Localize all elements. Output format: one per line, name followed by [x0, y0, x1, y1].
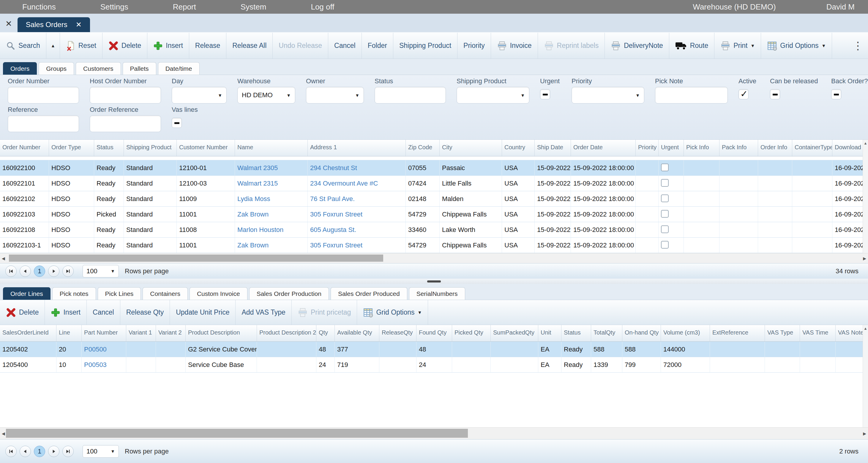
undo-release-button[interactable]: Undo Release [273, 33, 328, 59]
release-button[interactable]: Release [189, 33, 226, 59]
deliverynote-button[interactable]: DeliveryNote [605, 33, 669, 59]
column-header-order-type[interactable]: Order Type [49, 140, 94, 156]
reset-button[interactable]: Reset [60, 33, 102, 59]
column-header-pack-info[interactable]: Pack Info [719, 140, 758, 156]
table-row[interactable]: 120540010P00503Service Cube Base2471924E… [0, 357, 868, 373]
table-row[interactable]: 160922102HDSOReadyStandard11009Lydia Mos… [0, 191, 868, 207]
horizontal-scrollbar[interactable]: ◀ ▶ [0, 253, 868, 263]
scroll-right-icon[interactable]: ▶ [863, 431, 866, 436]
column-header-product-description-2[interactable]: Product Description 2 [257, 325, 316, 341]
update-unit-price-button[interactable]: Update Unit Price [170, 300, 236, 325]
print-pricetag-button[interactable]: Print pricetag [292, 300, 358, 325]
insert-button[interactable]: Insert [147, 33, 189, 59]
column-header-part-number[interactable]: Part Number [82, 325, 126, 341]
vertical-scrollbar[interactable]: ▲ [863, 325, 868, 427]
warehouse-indicator[interactable]: Warehouse (HD DEMO) [693, 2, 776, 11]
filter-checkbox-back-order[interactable] [831, 89, 841, 99]
cell-address-1[interactable]: 76 St Paul Ave. [308, 191, 406, 206]
delete-button[interactable]: Delete [102, 33, 147, 59]
tab-sales-orders[interactable]: Sales Orders ✕ [18, 17, 90, 32]
route-button[interactable]: Route [669, 33, 714, 59]
column-header-order-date[interactable]: Order Date [571, 140, 636, 156]
column-header-found-qty[interactable]: Found Qty [416, 325, 452, 341]
column-header-vas-time[interactable]: VAS Time [800, 325, 836, 341]
table-row[interactable]: 120540220P00500G2 Service Cube Cover4837… [0, 342, 868, 357]
column-header-vas-note[interactable]: VAS Note [836, 325, 867, 341]
prev-page-button[interactable] [20, 265, 31, 277]
last-page-button[interactable] [62, 446, 74, 457]
tab-containers[interactable]: Containers [143, 287, 188, 300]
menu-item-functions[interactable]: Functions [22, 2, 56, 11]
table-row[interactable]: 160922103-1HDSOReadyStandard11001Zak Bro… [0, 238, 868, 253]
lines-insert-button[interactable]: Insert [45, 300, 87, 325]
tab-pick-lines[interactable]: Pick Lines [98, 287, 141, 300]
urgent-checkbox[interactable] [661, 179, 669, 187]
cell-part-number[interactable]: P00500 [82, 342, 126, 357]
column-header-product-description[interactable]: Product Description [186, 325, 257, 341]
filter-input-order-number[interactable] [8, 87, 79, 104]
grid-options-button[interactable]: Grid Options▼ [761, 33, 832, 59]
column-header-ship-date[interactable]: Ship Date [535, 140, 571, 156]
filter-tab-date-time[interactable]: Date/time [158, 62, 199, 75]
close-all-tabs-icon[interactable]: ✕ [5, 19, 12, 29]
scrollbar-thumb[interactable] [9, 255, 383, 262]
urgent-checkbox[interactable] [661, 210, 669, 218]
scroll-right-icon[interactable]: ▶ [863, 256, 866, 261]
current-page[interactable]: 1 [34, 265, 45, 277]
column-header-order-info[interactable]: Order Info [758, 140, 792, 156]
urgent-checkbox[interactable] [661, 195, 669, 202]
column-header-sumpackedqty[interactable]: SumPackedQty [491, 325, 538, 341]
cell-part-number[interactable]: P00503 [82, 357, 126, 372]
column-header-releaseqty[interactable]: ReleaseQty [379, 325, 416, 341]
filter-tab-orders[interactable]: Orders [3, 62, 37, 75]
filter-tab-pallets[interactable]: Pallets [123, 62, 156, 75]
cell-address-1[interactable]: 234 Overmount Ave #C [308, 176, 406, 191]
last-page-button[interactable] [62, 265, 74, 277]
cell-name[interactable]: Walmart 2315 [235, 176, 308, 191]
column-header-customer-number[interactable]: Customer Number [177, 140, 235, 156]
release-qty-button[interactable]: Release Qty [120, 300, 170, 325]
filter-select-shipping-product[interactable]: ▼ [457, 87, 529, 104]
menu-item-logoff[interactable]: Log off [311, 2, 334, 11]
cell-name[interactable]: Zak Brown [235, 238, 308, 253]
column-header-volume-cm3[interactable]: Volume (cm3) [661, 325, 710, 341]
prev-page-button[interactable] [20, 446, 31, 457]
next-page-button[interactable] [48, 446, 59, 457]
menu-item-settings[interactable]: Settings [100, 2, 128, 11]
tab-custom-invoice[interactable]: Custom Invoice [189, 287, 247, 300]
search-button[interactable]: Search [0, 33, 46, 59]
column-header-urgent[interactable]: Urgent [658, 140, 684, 156]
cell-address-1[interactable]: 294 Chestnut St [308, 160, 406, 175]
filter-select-priority[interactable]: ▼ [571, 87, 644, 104]
lines-delete-button[interactable]: Delete [0, 300, 45, 325]
release-all-button[interactable]: Release All [226, 33, 273, 59]
tab-sales-order-production[interactable]: Sales Order Production [249, 287, 329, 300]
filter-tab-customers[interactable]: Customers [76, 62, 121, 75]
column-header-name[interactable]: Name [235, 140, 308, 156]
table-row[interactable]: 160922108HDSOReadyStandard11008Marlon Ho… [0, 222, 868, 238]
column-header-order-number[interactable]: Order Number [0, 140, 49, 156]
first-page-button[interactable] [5, 265, 17, 277]
tab-serialnumbers[interactable]: SerialNumbers [409, 287, 465, 300]
column-header-pick-info[interactable]: Pick Info [684, 140, 719, 156]
table-row[interactable]: 160922100HDSOReadyStandard12100-01Walmar… [0, 160, 868, 176]
folder-button[interactable]: Folder [362, 33, 393, 59]
filter-select-owner[interactable]: ▼ [306, 87, 364, 104]
urgent-checkbox[interactable] [661, 241, 669, 249]
tab-pick-notes[interactable]: Pick notes [52, 287, 96, 300]
print-button[interactable]: Print▼ [714, 33, 761, 59]
lines-grid-options-button[interactable]: Grid Options▼ [357, 300, 428, 325]
cancel-button[interactable]: Cancel [328, 33, 362, 59]
menu-item-report[interactable]: Report [173, 2, 196, 11]
filter-select-warehouse[interactable]: HD DEMO▼ [237, 87, 295, 104]
column-header-containertype[interactable]: ContainerType [792, 140, 832, 156]
filter-checkbox-urgent[interactable] [540, 89, 550, 99]
table-row[interactable]: 160922103HDSOPickedStandard11001Zak Brow… [0, 207, 868, 222]
filter-checkbox-active[interactable] [739, 89, 749, 99]
column-header-country[interactable]: Country [502, 140, 535, 156]
column-header-priority[interactable]: Priority [636, 140, 658, 156]
reprint-labels-button[interactable]: Reprint labels [538, 33, 605, 59]
tab-close-icon[interactable]: ✕ [76, 21, 82, 29]
filter-input-pick-note[interactable] [655, 87, 728, 104]
invoice-button[interactable]: Invoice [491, 33, 538, 59]
